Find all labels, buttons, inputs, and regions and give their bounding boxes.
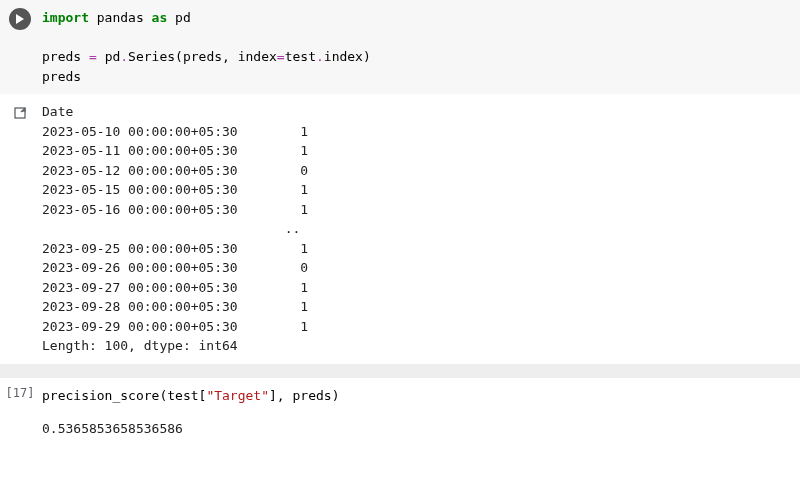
- alias-pd: pd: [175, 10, 191, 25]
- kwarg-index-name: index: [238, 49, 277, 64]
- op-dot: .: [120, 49, 128, 64]
- punc-comma2: ,: [277, 388, 285, 403]
- code-cell-1-source: import pandas as pd preds = pd.Series(pr…: [42, 8, 790, 86]
- arg-preds: preds: [183, 49, 222, 64]
- ref-test: test: [285, 49, 316, 64]
- var-preds: preds: [42, 49, 81, 64]
- exec-count-gutter: [17]: [0, 384, 40, 400]
- output-expand-icon: [12, 105, 28, 121]
- punc-bracket-close: ]: [269, 388, 277, 403]
- attr-series: Series: [128, 49, 175, 64]
- keyword-import: import: [42, 10, 89, 25]
- run-cell-button[interactable]: [9, 8, 31, 30]
- cell-divider: [0, 364, 800, 378]
- svg-marker-0: [16, 14, 24, 24]
- output-gutter: [0, 100, 40, 124]
- attr-index: index: [324, 49, 363, 64]
- output-cell-2-text: 0.5365853658536586: [42, 419, 790, 439]
- op-assign: =: [89, 49, 97, 64]
- run-cell-gutter: [0, 6, 40, 30]
- output-cell-1-body: Date 2023-05-10 00:00:00+05:30 1 2023-05…: [40, 100, 800, 358]
- string-target: "Target": [206, 388, 269, 403]
- play-icon: [15, 14, 25, 24]
- output-collapse-button[interactable]: [9, 102, 31, 124]
- module-pandas: pandas: [97, 10, 144, 25]
- punc-comma: ,: [222, 49, 230, 64]
- output-cell-1-text: Date 2023-05-10 00:00:00+05:30 1 2023-05…: [42, 102, 790, 356]
- fn-precision-score: precision_score: [42, 388, 159, 403]
- keyword-as: as: [152, 10, 168, 25]
- output-cell-1: Date 2023-05-10 00:00:00+05:30 1 2023-05…: [0, 94, 800, 364]
- code-cell-2-body[interactable]: precision_score(test["Target"], preds) 0…: [40, 384, 800, 441]
- ref-pd: pd: [105, 49, 121, 64]
- punc-paren-close: ): [363, 49, 371, 64]
- expr-preds: preds: [42, 69, 81, 84]
- execution-count: [17]: [6, 386, 35, 400]
- punc-paren-open: (: [175, 49, 183, 64]
- code-cell-2: [17] precision_score(test["Target"], pre…: [0, 378, 800, 447]
- ref-test2: test: [167, 388, 198, 403]
- code-cell-1-body[interactable]: import pandas as pd preds = pd.Series(pr…: [40, 6, 800, 88]
- arg-preds2: preds: [292, 388, 331, 403]
- code-cell-2-source: precision_score(test["Target"], preds): [42, 386, 790, 406]
- op-kwarg-eq: =: [277, 49, 285, 64]
- punc-paren-close2: ): [332, 388, 340, 403]
- code-cell-1: import pandas as pd preds = pd.Series(pr…: [0, 0, 800, 94]
- op-dot2: .: [316, 49, 324, 64]
